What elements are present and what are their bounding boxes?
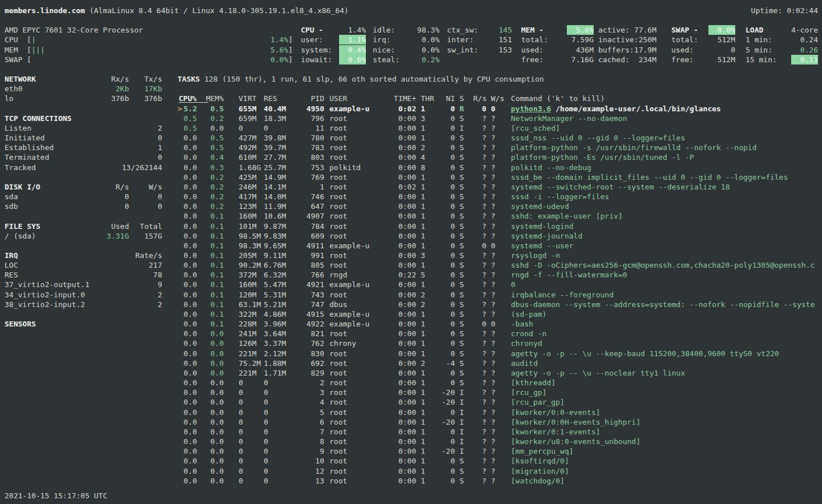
proc-nice: 0 (438, 231, 455, 241)
proc-read-rate: 0 (473, 241, 486, 251)
proc-res: 0 (264, 378, 290, 388)
proc-command: sshd: example-user [priv] (511, 211, 822, 221)
command-args: -o -p -- \u --noclear tty1 linux (538, 369, 685, 377)
proc-write-rate: ? (491, 163, 504, 172)
proc-res: 0 (264, 437, 290, 446)
proc-res: 0 (264, 476, 290, 486)
tasks-title: TASKS (178, 75, 200, 83)
proc-pid: 830 (290, 349, 324, 358)
proc-user: root (329, 466, 375, 476)
proc-write-rate: ? (491, 152, 504, 162)
proc-pid: 805 (290, 260, 324, 270)
command-args: --no-daemon (574, 114, 627, 123)
proc-command: sssd -i --logger=files (511, 192, 822, 201)
proc-cpu: 0.5 (179, 114, 197, 123)
command-name: sssd_nss (511, 134, 547, 142)
proc-nice: 0 (438, 270, 455, 280)
proc-cpu: 0.0 (179, 133, 197, 143)
proc-read-rate: 0 (473, 104, 486, 114)
proc-virt: 63.1M (239, 300, 263, 309)
proc-mem: 0.4 (201, 152, 224, 162)
proc-state: S (460, 319, 466, 329)
proc-virt: 228M (239, 319, 263, 329)
process-row: 0.00.2425M14.9M769root0:0010S??sssd_be -… (0, 172, 822, 182)
proc-command: platform-python -s /usr/sbin/firewalld -… (511, 143, 822, 152)
proc-pid: 10 (290, 456, 324, 466)
proc-write-rate: 0 (491, 241, 504, 251)
proc-time: 0:00 (393, 427, 416, 437)
proc-nice: -20 (438, 417, 455, 427)
command-name: sshd (511, 261, 529, 269)
proc-threads: 1 (421, 241, 435, 251)
proc-cpu: 0.0 (179, 231, 197, 241)
proc-pid: 8 (290, 437, 324, 446)
proc-read-rate: ? (473, 123, 486, 133)
proc-mem: 0.1 (201, 300, 224, 309)
proc-threads: 1 (421, 104, 435, 114)
proc-write-rate: ? (491, 270, 504, 280)
proc-nice: 0 (438, 143, 455, 152)
proc-threads: 2 (421, 300, 435, 309)
proc-threads: 2 (421, 290, 435, 300)
proc-mem: 0.0 (201, 329, 224, 338)
process-row: 0.00.0008root0:0010I??[kworker/u8:0-even… (0, 437, 822, 446)
proc-mem: 0.0 (201, 368, 224, 378)
command-args: -i --logger=files (529, 192, 609, 201)
proc-command: NetworkManager --no-daemon (511, 114, 822, 123)
proc-time: 0:00 (393, 133, 416, 143)
proc-nice: 0 (438, 114, 455, 123)
proc-user: root (329, 172, 375, 182)
proc-threads: 1 (421, 456, 435, 466)
proc-state: S (460, 456, 466, 466)
proc-cpu: 0.0 (179, 201, 197, 211)
proc-write-rate: ? (491, 114, 504, 123)
proc-nice: 0 (438, 123, 455, 133)
process-row: 0.00.4610M27.7M803root0:0040S??platform-… (0, 152, 822, 162)
proc-res: 5.21M (264, 300, 290, 309)
tasks-counts: 128 (150 thr), 1 run, 61 slp, 66 oth (200, 75, 369, 83)
proc-command: [rcu_gp] (511, 388, 822, 397)
proc-mem: 0.0 (201, 408, 224, 417)
command-name: agetty (511, 349, 538, 358)
proc-read-rate: ? (473, 152, 486, 162)
command-name: [rcu_sched] (511, 124, 560, 132)
proc-threads: 1 (421, 221, 435, 231)
proc-time: 0:00 (393, 290, 416, 300)
proc-time: 0:00 (393, 417, 416, 427)
os-info: (AlmaLinux 8.4 64bit / Linux 4.18.0-305.… (85, 6, 349, 15)
proc-write-rate: ? (491, 397, 504, 407)
proc-read-rate: ? (473, 182, 486, 192)
proc-threads: 1 (421, 437, 435, 446)
proc-virt: 1.68G (239, 163, 263, 172)
proc-read-rate: ? (473, 408, 486, 417)
command-args: --foreground (555, 291, 614, 299)
proc-cpu: 0.0 (179, 290, 197, 300)
proc-write-rate: ? (491, 182, 504, 192)
proc-pid: 1 (290, 182, 324, 192)
process-row: 0.00.0006root0:001-20I??[kworker/0:0H-ev… (0, 417, 822, 427)
proc-nice: 0 (438, 349, 455, 358)
load-value-load: 4-core (761, 25, 818, 35)
proc-read-rate: ? (473, 349, 486, 358)
proc-virt: 205M (239, 251, 263, 260)
proc-read-rate: ? (473, 163, 486, 172)
command-args: -s /usr/sbin/firewalld --nofork --nopid (578, 143, 756, 152)
proc-time: 0:00 (393, 446, 416, 456)
proc-write-rate: ? (491, 143, 504, 152)
load-value-5min: 0.26 (761, 45, 818, 55)
proc-cpu: 0.0 (179, 417, 197, 427)
proc-res: 10.6M (264, 211, 290, 221)
proc-state: S (460, 163, 466, 172)
proc-cpu: 0.0 (179, 368, 197, 378)
proc-state: S (460, 290, 466, 300)
process-row: 0.00.0002root0:0010S??[kthreadd] (0, 378, 822, 388)
proc-pid: 753 (290, 163, 324, 172)
proc-state: S (460, 143, 466, 152)
process-row: 0.00.5492M39.7M783root0:0020S??platform-… (0, 143, 822, 152)
proc-mem: 0.1 (201, 260, 224, 270)
proc-state: S (460, 172, 466, 182)
proc-virt: 0 (239, 408, 263, 417)
glances-terminal[interactable]: members.linode.com (AlmaLinux 8.4 64bit … (0, 0, 822, 504)
proc-threads: 2 (421, 143, 435, 152)
proc-nice: 0 (438, 466, 455, 476)
